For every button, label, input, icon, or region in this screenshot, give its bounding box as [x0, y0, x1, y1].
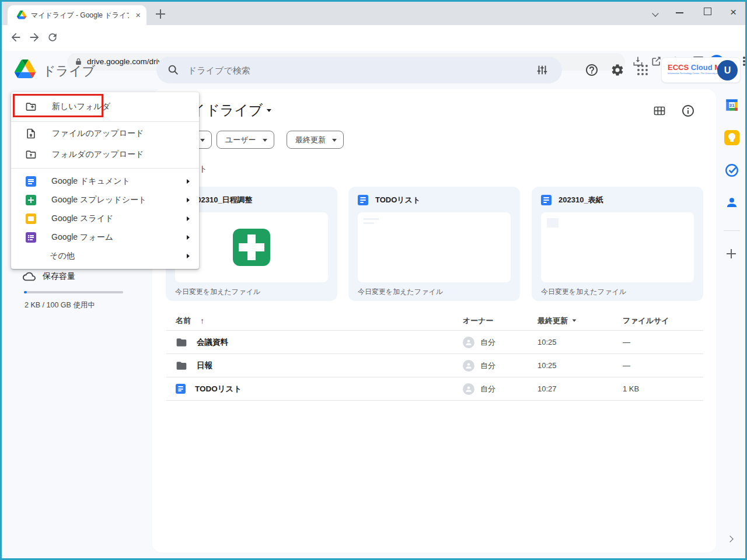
- account-avatar[interactable]: U: [717, 60, 738, 80]
- tab-title: マイドライブ - Google ドライブ: [31, 5, 129, 25]
- drive-favicon: [17, 10, 26, 19]
- file-size: 1 KB: [612, 384, 682, 393]
- modified-time: 10:25: [527, 361, 612, 370]
- tab-close-icon[interactable]: ×: [135, 10, 141, 19]
- table-row[interactable]: TODOリスト 自分 10:27 1 KB: [166, 377, 703, 401]
- svg-text:31: 31: [729, 103, 735, 108]
- storage-progress-fill: [24, 291, 27, 293]
- menu-item-file-upload[interactable]: ファイルのアップロード: [11, 123, 199, 144]
- browser-menu-kebab-icon[interactable]: [743, 60, 745, 62]
- owner-name: 自分: [480, 337, 495, 348]
- docs-icon: [26, 176, 36, 187]
- window-close-button[interactable]: ×: [730, 6, 736, 19]
- keep-icon[interactable]: [724, 130, 739, 145]
- menu-item-google-slides[interactable]: Google スライド: [11, 209, 199, 228]
- contacts-icon[interactable]: [725, 195, 739, 209]
- back-button[interactable]: [9, 31, 22, 44]
- card-caption: 今日変更を加えたファイル: [541, 287, 626, 297]
- eccs-word: ECCS: [668, 63, 689, 72]
- tasks-icon[interactable]: [724, 163, 739, 178]
- list-grid-toggle-icon[interactable]: [652, 104, 666, 118]
- menu-item-label: その他: [50, 251, 75, 261]
- file-card-document[interactable]: 202310_表紙 今日変更を加えたファイル: [532, 187, 703, 301]
- sort-direction-icon: [573, 319, 577, 321]
- file-size: —: [612, 338, 682, 346]
- app-name: ドライブ: [43, 62, 95, 80]
- menu-item-folder-upload[interactable]: フォルダのアップロード: [11, 144, 199, 165]
- search-options-tune-icon[interactable]: [536, 64, 549, 76]
- card-caption: 今日変更を加えたファイル: [358, 287, 443, 297]
- col-modified[interactable]: 最終更新: [537, 316, 568, 326]
- cloud-word: Cloud: [691, 63, 713, 72]
- new-menu: 新しいフォルダ ファイルのアップロード フォルダのアップロード Google ド…: [11, 92, 199, 269]
- browser-window: マイドライブ - Google ドライブ × × drive.google.co…: [0, 0, 747, 560]
- folder-upload-icon: [25, 149, 37, 160]
- slides-icon: [26, 214, 36, 224]
- owner-avatar-icon: [463, 337, 474, 348]
- browser-toolbar: drive.google.com/drive/my-drive U: [2, 25, 745, 51]
- chip-label: ユーザー: [225, 135, 256, 144]
- storage-usage-text: 2 KB / 100 GB 使用中: [25, 300, 95, 310]
- card-title: TODOリスト: [375, 195, 420, 205]
- submenu-arrow-icon: [187, 198, 190, 202]
- col-owner[interactable]: オーナー: [452, 316, 527, 326]
- share-icon[interactable]: [651, 55, 662, 67]
- settings-gear-icon[interactable]: [610, 63, 624, 77]
- modified-time: 10:25: [527, 338, 612, 346]
- google-apps-grid-icon[interactable]: [637, 65, 640, 67]
- owner-avatar-icon: [463, 360, 474, 372]
- sort-ascending-icon[interactable]: ↑: [200, 316, 204, 326]
- sheets-icon: [26, 195, 36, 205]
- menu-item-google-docs[interactable]: Google ドキュメント: [11, 172, 199, 191]
- calendar-icon[interactable]: 31: [724, 97, 739, 113]
- table-header-row: 名前 ↑ オーナー 最終更新 ファイルサイ: [166, 311, 703, 331]
- file-name[interactable]: TODOリスト: [195, 384, 242, 394]
- card-title: 202310_日程調整: [193, 195, 253, 205]
- menu-divider: [11, 121, 199, 122]
- search-icon: [167, 64, 180, 76]
- folder-icon: [176, 360, 187, 372]
- highlight-red-box: [13, 94, 103, 117]
- title-dropdown-icon[interactable]: [267, 109, 271, 112]
- submenu-arrow-icon: [187, 179, 190, 184]
- owner-name: 自分: [480, 384, 495, 394]
- file-card-document[interactable]: TODOリスト 今日変更を加えたファイル: [348, 187, 520, 301]
- account-badge[interactable]: ECCS Cloud Mail Information Technology C…: [661, 57, 741, 83]
- col-name[interactable]: 名前: [176, 316, 191, 326]
- info-icon[interactable]: [681, 104, 695, 118]
- menu-item-google-forms[interactable]: Google フォーム: [11, 228, 199, 247]
- docs-icon: [176, 384, 186, 394]
- submenu-arrow-icon: [187, 216, 190, 221]
- submenu-arrow-icon: [187, 235, 190, 240]
- sheets-logo-large: [233, 229, 270, 266]
- file-name[interactable]: 会議資料: [197, 337, 228, 348]
- reload-button[interactable]: [47, 32, 58, 43]
- chip-user-filter[interactable]: ユーザー: [217, 131, 274, 149]
- file-name[interactable]: 日報: [197, 360, 212, 371]
- window-minimize-button[interactable]: [676, 12, 683, 13]
- window-maximize-button[interactable]: [704, 8, 711, 15]
- show-side-panel-chevron[interactable]: [727, 536, 733, 542]
- owner-avatar-icon: [463, 383, 474, 395]
- help-icon[interactable]: [585, 63, 599, 77]
- browser-tab[interactable]: マイドライブ - Google ドライブ ×: [8, 5, 146, 25]
- forward-button[interactable]: [28, 31, 41, 44]
- drive-logo[interactable]: [15, 60, 36, 78]
- storage-label[interactable]: 保存容量: [43, 271, 75, 282]
- table-row[interactable]: 日報 自分 10:25 —: [166, 354, 703, 377]
- col-size[interactable]: ファイルサイ: [612, 316, 682, 326]
- search-bar[interactable]: [156, 57, 562, 83]
- menu-item-more[interactable]: その他: [11, 247, 199, 265]
- owner-name: 自分: [480, 360, 495, 371]
- menu-item-google-sheets[interactable]: Google スプレッドシート: [11, 191, 199, 209]
- rail-divider: [724, 230, 740, 231]
- file-size: —: [612, 361, 682, 370]
- card-thumbnail: [541, 212, 694, 282]
- chip-modified-filter[interactable]: 最終更新: [287, 131, 344, 149]
- menu-item-label: Google スプレッドシート: [51, 195, 146, 205]
- table-row[interactable]: 会議資料 自分 10:25 —: [166, 331, 703, 354]
- menu-divider: [11, 168, 199, 169]
- search-input[interactable]: [187, 61, 514, 79]
- tab-strip: マイドライブ - Google ドライブ × ×: [2, 2, 745, 25]
- file-table: 名前 ↑ オーナー 最終更新 ファイルサイ 会議資料: [166, 311, 703, 401]
